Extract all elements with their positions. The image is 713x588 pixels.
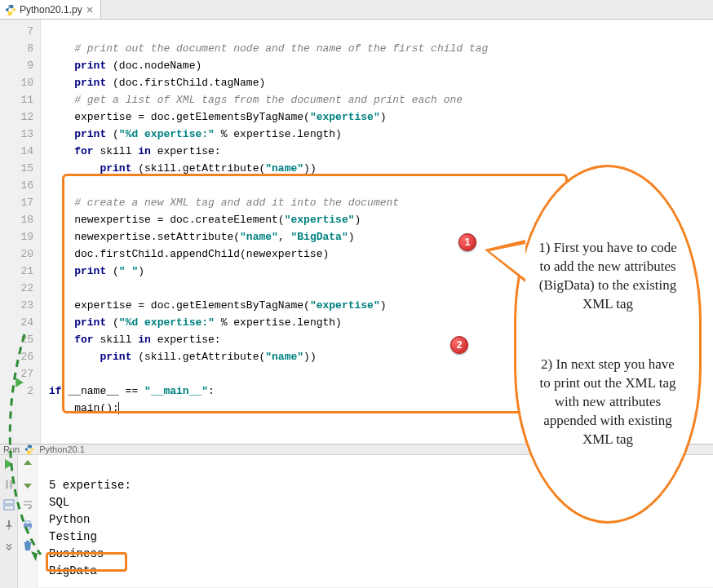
svg-point-0 <box>9 6 10 7</box>
svg-rect-7 <box>25 521 30 524</box>
code-line: # get a list of XML tags from the docume… <box>49 94 463 106</box>
up-icon[interactable] <box>22 458 33 472</box>
trash-icon[interactable] <box>22 540 33 554</box>
callout-pointer <box>485 240 525 282</box>
annotation-badge-1: 1 <box>458 233 476 251</box>
python-file-icon <box>5 4 16 15</box>
annotation-badge-2: 2 <box>450 336 468 354</box>
code-line: for skill in expertise: <box>49 334 221 346</box>
stop-icon[interactable] <box>3 479 15 493</box>
run-tool-window: Run Python20.1 5 expertise: SQL Python T… <box>0 444 713 587</box>
svg-rect-2 <box>6 480 8 489</box>
code-line: print (" ") <box>49 265 144 277</box>
code-line: print (skill.getAttribute("name")) <box>49 351 317 363</box>
layout-icon[interactable] <box>3 499 15 513</box>
text-caret <box>118 402 119 414</box>
python-file-icon <box>24 444 34 454</box>
code-line: print ("%d expertise:" % expertise.lengt… <box>49 316 342 329</box>
code-line: expertise = doc.getElementsByTagName("ex… <box>49 299 387 312</box>
callout-text-1: 1) First you have to code to add the new… <box>534 239 681 314</box>
tab-filename: Python20.1.py <box>20 4 82 15</box>
code-line: print (skill.getAttribute("name")) <box>49 162 317 175</box>
code-line <box>49 282 55 294</box>
close-icon[interactable] <box>86 6 94 14</box>
code-line: print (doc.nodeName) <box>49 60 202 72</box>
console-line: 5 expertise: <box>49 479 131 492</box>
run-toolbar-primary <box>0 455 18 588</box>
code-line: for skill in expertise: <box>49 145 221 157</box>
code-line: main(); <box>49 402 119 414</box>
svg-rect-8 <box>25 527 30 529</box>
code-line <box>49 368 55 380</box>
run-config-name: Python20.1 <box>39 444 85 454</box>
code-line: expertise = doc.getElementsByTagName("ex… <box>49 111 387 123</box>
svg-point-1 <box>11 12 12 13</box>
console-line: BigData <box>49 564 97 577</box>
wrap-icon[interactable] <box>22 499 33 513</box>
console-line: SQL <box>49 496 69 509</box>
svg-rect-4 <box>4 500 14 504</box>
code-line <box>49 179 55 192</box>
callout-text-2: 2) In next step you have to print out th… <box>534 356 681 449</box>
down-icon[interactable] <box>22 479 33 493</box>
code-line: newexpertise.setAttribute("name", "BigDa… <box>49 231 355 243</box>
editor-tab-bar: Python20.1.py <box>0 0 713 20</box>
code-line: # print out the document node and the na… <box>49 42 488 55</box>
code-line: print (doc.firstChild.tagName) <box>49 77 265 89</box>
rerun-icon[interactable] <box>3 458 15 472</box>
run-toolbar-secondary <box>18 455 38 588</box>
console-line: Testing <box>49 530 97 543</box>
svg-rect-5 <box>4 506 14 510</box>
print-icon[interactable] <box>22 519 33 533</box>
editor-tab[interactable]: Python20.1.py <box>0 0 101 19</box>
pin-icon[interactable] <box>3 519 15 533</box>
run-gutter-icon[interactable] <box>15 376 24 393</box>
code-line: if __name__ == "__main__": <box>49 385 215 397</box>
more-icon[interactable] <box>3 540 15 554</box>
code-line: print ("%d expertise:" % expertise.lengt… <box>49 128 342 140</box>
console-line: Business <box>49 547 104 560</box>
line-number-gutter: 78910 11121314 15161718 19202122 2324252… <box>0 20 41 444</box>
code-line: newexpertise = doc.createElement("expert… <box>49 214 361 226</box>
console-output[interactable]: 5 expertise: SQL Python Testing Business… <box>38 455 713 588</box>
console-line: Python <box>49 513 90 526</box>
code-line: # create a new XML tag and add it into t… <box>49 197 399 209</box>
code-line: doc.firstChild.appendChild(newexpertise) <box>49 248 329 260</box>
run-label: Run <box>3 444 20 454</box>
svg-rect-3 <box>10 480 12 489</box>
